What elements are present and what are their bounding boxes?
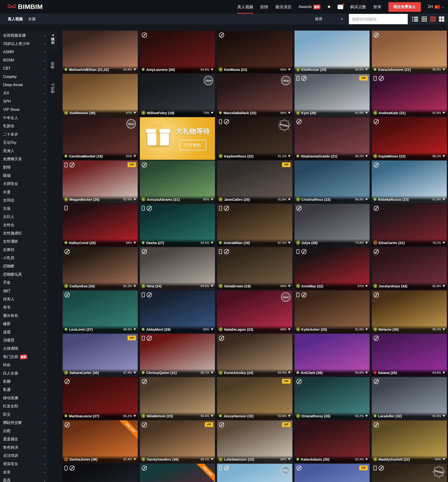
- gender-tab-2[interactable]: 男性: [48, 56, 57, 73]
- model-card[interactable]: VIPJaneCallen (20)92.8%♥: [217, 160, 292, 203]
- model-card[interactable]: zKaylaMinov (22)96.2%♥: [372, 117, 447, 160]
- sidebar-item-20[interactable]: 夫妻›: [0, 188, 48, 196]
- favorite-heart-icon[interactable]: ♥: [134, 327, 136, 331]
- model-card[interactable]: zAmiraMilan (19)87.2%♥: [217, 204, 292, 246]
- model-card[interactable]: zCaitlynEva (30)85.2%♥: [63, 247, 138, 290]
- model-card[interactable]: MelinaAndEthan (21,22)94.8%♥: [63, 31, 138, 73]
- favorite-heart-icon[interactable]: ♥: [288, 198, 290, 201]
- model-card[interactable]: zMaddyScarlett (22)94%♥: [372, 420, 447, 463]
- model-card[interactable]: zAnisyiaAbrams (21)95%♥: [140, 160, 215, 203]
- favorite-heart-icon[interactable]: ♥: [443, 414, 445, 418]
- favorite-heart-icon[interactable]: ♥: [443, 371, 445, 374]
- model-card[interactable]: ElieRossie (20)86.6%♥: [295, 31, 370, 73]
- sidebar-item-12[interactable]: 乳胶衣›: [0, 122, 48, 130]
- favorite-heart-icon[interactable]: ♥: [365, 284, 368, 288]
- model-card[interactable]: zChrissyQuinn (31)86.2%♥: [140, 334, 215, 376]
- favorite-heart-icon[interactable]: ♥: [134, 414, 136, 418]
- favorite-heart-icon[interactable]: ♥: [211, 284, 213, 288]
- model-card[interactable]: AniClark (39)94.6%♥: [295, 334, 370, 376]
- sidebar-item-18[interactable]: 吸烟›: [0, 172, 48, 180]
- favorites-heart-icon[interactable]: ♥: [328, 4, 330, 10]
- favorite-heart-icon[interactable]: ♥: [288, 371, 290, 374]
- model-card[interactable]: zDasha (27)93.4%♥: [140, 204, 215, 246]
- view-grid-large-icon[interactable]: [439, 16, 444, 22]
- model-card[interactable]: zAnniMay (22)97%♥: [295, 247, 370, 290]
- sidebar-item-17[interactable]: 剧情›: [0, 163, 48, 172]
- sidebar-item-21[interactable]: 女同志›: [0, 196, 48, 205]
- model-card[interactable]: zStelaBrown (19)94%♥: [217, 247, 292, 290]
- model-card[interactable]: VIPSaharaCarter (35)87.4%♥: [63, 334, 138, 376]
- model-card[interactable]: zVIPSandySanders (36)88.2%♥: [140, 420, 215, 463]
- model-card[interactable]: zVIPLolaSwanson (23)88%♥: [217, 420, 292, 463]
- sidebar-item-51[interactable]: 角色扮演›: [0, 443, 48, 452]
- sidebar-item-27[interactable]: 女裤控›: [0, 246, 48, 254]
- favorite-heart-icon[interactable]: ♥: [288, 68, 290, 71]
- favorite-heart-icon[interactable]: ♥: [365, 154, 368, 158]
- model-card[interactable]: zVIP: [295, 464, 370, 482]
- sidebar-item-41[interactable]: 特价›: [0, 361, 48, 369]
- sidebar-item-16[interactable]: 免费聊天室›: [0, 155, 48, 163]
- nav-item-3[interactable]: 最佳演员: [275, 0, 291, 14]
- model-card[interactable]: zAmyLaurens (26)93.6%♥: [140, 31, 215, 73]
- sidebar-item-39[interactable]: 火辣调情›: [0, 345, 48, 353]
- model-card[interactable]: NewCarolinaMontiel (18)91%♥: [63, 117, 138, 160]
- sidebar-item-28[interactable]: 小乳房›: [0, 254, 48, 262]
- favorite-heart-icon[interactable]: ♥: [365, 198, 368, 201]
- model-card[interactable]: zLaraAdler (32)94.8%♥: [372, 377, 447, 420]
- model-card[interactable]: z: [63, 464, 138, 482]
- model-card[interactable]: zJocelynKeys (42)92.8%♥: [372, 247, 447, 290]
- model-card[interactable]: zNina (24)94.6%♥: [140, 247, 215, 290]
- sidebar-item-22[interactable]: 女孩›: [0, 205, 48, 213]
- favorite-heart-icon[interactable]: ♥: [288, 154, 290, 158]
- model-card[interactable]: zOrianaRossy (26)93.2%♥: [295, 377, 370, 420]
- sidebar-item-54[interactable]: 金发›: [0, 468, 48, 476]
- messages-icon[interactable]: [338, 5, 343, 9]
- sidebar-item-45[interactable]: 移动直播›: [0, 394, 48, 402]
- favorite-heart-icon[interactable]: ♥: [134, 154, 136, 158]
- favorite-heart-icon[interactable]: ♥: [443, 154, 445, 158]
- model-card[interactable]: z70% OFF: [140, 464, 215, 482]
- nav-item-2[interactable]: 剧情: [260, 0, 268, 14]
- sidebar-item-10[interactable]: VIP Show›: [0, 106, 48, 114]
- model-card[interactable]: zEsmeAinsley (24)84.4%♥: [217, 334, 292, 376]
- favorite-heart-icon[interactable]: ♥: [211, 241, 213, 245]
- sidebar-item-50[interactable]: 蛋蛋撞击›: [0, 435, 48, 443]
- model-card[interactable]: KateeAdams (20)92.4%♥: [295, 420, 370, 463]
- favorite-heart-icon[interactable]: ♥: [365, 414, 368, 418]
- sidebar-item-15[interactable]: 亚洲人›: [0, 147, 48, 155]
- favorite-heart-icon[interactable]: ♥: [134, 371, 136, 374]
- favorite-heart-icon[interactable]: ♥: [365, 327, 368, 331]
- view-list-icon[interactable]: [412, 16, 418, 22]
- sidebar-item-34[interactable]: 有毛›: [0, 303, 48, 312]
- sidebar-item-6[interactable]: Cosplay›: [0, 73, 48, 81]
- sidebar-item-1[interactable]: 全部视频直播›: [0, 32, 48, 40]
- sidebar-item-48[interactable]: 脚趾性交癖›: [0, 419, 48, 427]
- model-card[interactable]: zMelanie (30)95.2%♥: [372, 290, 447, 333]
- sidebar-item-8[interactable]: JOI›: [0, 89, 48, 97]
- sidebar-item-36[interactable]: 橡胶›: [0, 320, 48, 328]
- model-card[interactable]: zKimMuna (21)84%♥: [217, 31, 292, 73]
- sidebar-item-33[interactable]: 拉美人›: [0, 295, 48, 303]
- sidebar-item-29[interactable]: 恋物癖›: [0, 262, 48, 270]
- nav-item-4[interactable]: Awards新版: [298, 0, 320, 14]
- join-free-button[interactable]: 现在免费加入: [388, 2, 421, 12]
- favorite-heart-icon[interactable]: ♥: [443, 457, 445, 461]
- favorite-heart-icon[interactable]: ♥: [443, 327, 445, 331]
- login-link[interactable]: 登录: [373, 0, 381, 14]
- favorite-heart-icon[interactable]: ♥: [443, 111, 445, 115]
- view-grid-medium-icon-active[interactable]: [430, 16, 436, 22]
- sidebar-item-44[interactable]: 私通›: [0, 386, 48, 394]
- favorite-heart-icon[interactable]: ♥: [365, 457, 368, 461]
- favorite-heart-icon[interactable]: ♥: [134, 111, 136, 115]
- sidebar-item-11[interactable]: 中年女人›: [0, 114, 48, 122]
- sidebar-item-47[interactable]: 肛交›: [0, 411, 48, 419]
- favorite-heart-icon[interactable]: ♥: [211, 457, 213, 461]
- favorite-heart-icon[interactable]: ♥: [443, 198, 445, 201]
- model-card[interactable]: zStephaniaGiraldo (21)89.2%♥: [295, 117, 370, 160]
- favorite-heart-icon[interactable]: ♥: [134, 284, 136, 288]
- sidebar-item-52[interactable]: 贞洁培训›: [0, 452, 48, 460]
- model-card[interactable]: zKiaraJohnsons (21)96.6%♥: [372, 31, 447, 73]
- favorite-heart-icon[interactable]: ♥: [443, 68, 445, 71]
- sidebar-item-31[interactable]: 手套›: [0, 279, 48, 287]
- view-grid-small-icon[interactable]: [422, 16, 427, 22]
